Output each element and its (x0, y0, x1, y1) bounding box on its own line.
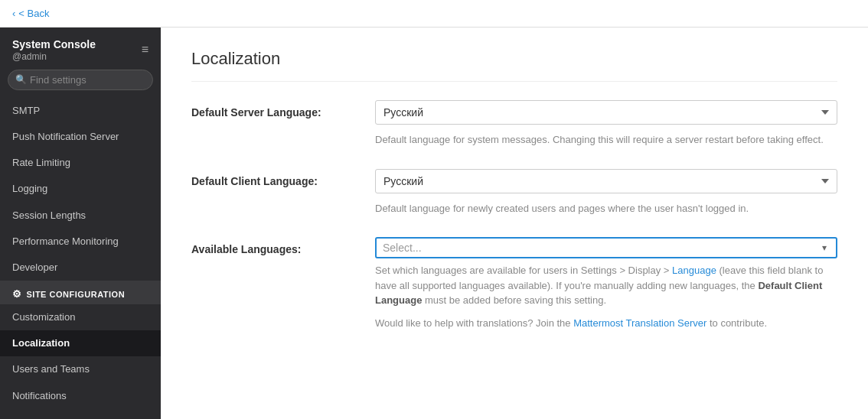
sidebar-item-localization[interactable]: Localization (0, 330, 161, 356)
setting-row-server-language: Default Server Language: Русский English… (191, 100, 837, 148)
main-content: Localization Default Server Language: Ру… (161, 28, 868, 419)
sidebar-item-performance-monitoring[interactable]: Performance Monitoring (0, 229, 161, 255)
server-language-select[interactable]: Русский English Deutsch Español Français… (375, 100, 837, 125)
setting-row-client-language: Default Client Language: Русский English… (191, 169, 837, 216)
hamburger-icon[interactable]: ≡ (142, 43, 148, 57)
client-language-control: Русский English Deutsch Español Français… (375, 169, 837, 216)
sidebar-item-smtp[interactable]: SMTP (0, 98, 161, 124)
sidebar-item-push-notification-server[interactable]: Push Notification Server (0, 124, 161, 150)
sidebar-item-rate-limiting[interactable]: Rate Limiting (0, 150, 161, 176)
available-languages-help: Set which languages are available for us… (375, 263, 837, 308)
dropdown-arrow-icon[interactable]: ▾ (819, 242, 830, 253)
search-icon: 🔍 (15, 74, 27, 85)
server-language-control: Русский English Deutsch Español Français… (375, 100, 837, 148)
sidebar-subtitle: @admin (12, 51, 96, 62)
server-language-label: Default Server Language: (191, 100, 375, 119)
sidebar-title: System Console (12, 38, 96, 51)
client-language-label: Default Client Language: (191, 169, 375, 187)
available-languages-input[interactable] (383, 242, 819, 254)
search-input[interactable] (8, 70, 153, 90)
sidebar-item-users-and-teams[interactable]: Users and Teams (0, 356, 161, 382)
setting-row-available-languages: Available Languages: ▾ Set which languag… (191, 237, 837, 330)
sidebar-item-session-lengths[interactable]: Session Lengths (0, 203, 161, 229)
translation-help: Would like to help with translations? Jo… (375, 316, 837, 331)
sidebar-item-notifications[interactable]: Notifications (0, 383, 161, 409)
client-language-select[interactable]: Русский English Deutsch Español Français… (375, 169, 837, 193)
search-box: 🔍 (8, 70, 153, 90)
server-language-help: Default language for system messages. Ch… (375, 132, 837, 148)
sidebar-nav: SMTP Push Notification Server Rate Limit… (0, 98, 161, 419)
sidebar-item-customization[interactable]: Customization (0, 304, 161, 330)
available-languages-control: ▾ Set which languages are available for … (375, 237, 837, 330)
available-languages-select-wrapper[interactable]: ▾ (375, 237, 837, 258)
language-link[interactable]: Language (672, 265, 716, 276)
sidebar: System Console @admin ≡ 🔍 SMTP Push Noti… (0, 28, 161, 419)
translation-server-link[interactable]: Mattermost Translation Server (573, 317, 706, 329)
sidebar-item-logging[interactable]: Logging (0, 176, 161, 202)
gear-icon: ⚙ (12, 288, 22, 300)
back-link[interactable]: ‹ < Back (12, 8, 49, 19)
back-icon: ‹ (12, 8, 15, 19)
site-configuration-header: ⚙ SITE CONFIGURATION (0, 281, 161, 304)
client-language-help: Default language for newly created users… (375, 201, 837, 216)
site-configuration-label: SITE CONFIGURATION (27, 290, 126, 299)
page-title: Localization (191, 49, 837, 82)
available-languages-label: Available Languages: (191, 237, 375, 255)
sidebar-item-developer[interactable]: Developer (0, 255, 161, 281)
back-label: < Back (18, 8, 49, 19)
